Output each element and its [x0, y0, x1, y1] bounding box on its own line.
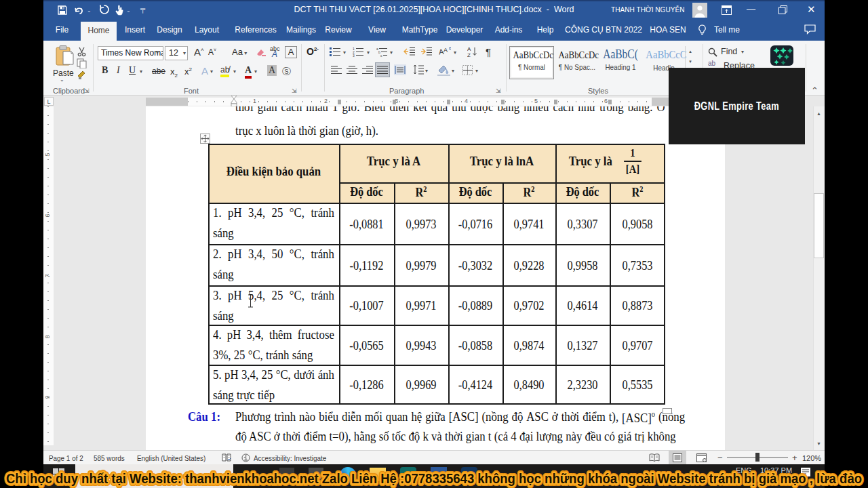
svg-text:A: A: [443, 47, 448, 54]
svg-text:c: c: [380, 54, 382, 57]
svg-text:3: 3: [353, 54, 355, 57]
svg-text:A: A: [467, 46, 471, 52]
svg-text:Chỉ học duy nhất tại Website:: Chỉ học duy nhất tại Website: thanhvienk…: [6, 470, 862, 486]
svg-text:Z: Z: [467, 52, 471, 58]
